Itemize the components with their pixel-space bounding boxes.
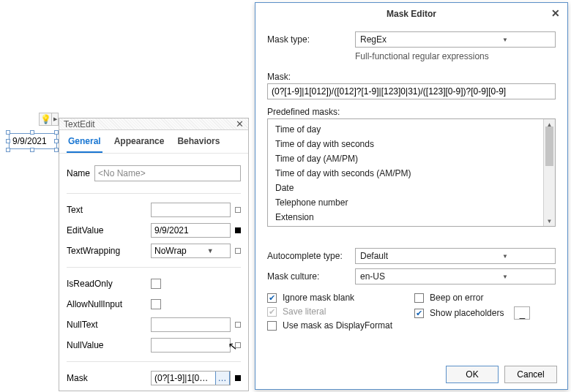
save-literal-checkbox: ✔ [267,307,277,317]
list-item[interactable]: Time of day with seconds (AM/PM) [269,166,553,181]
isreadonly-checkbox[interactable] [151,279,161,289]
ignore-blank-label: Ignore mask blank [283,293,354,303]
close-icon[interactable]: ✕ [551,7,560,19]
marker-icon [235,227,241,233]
list-item[interactable]: Time of day [269,122,553,137]
beep-checkbox[interactable] [414,293,424,303]
smart-tag-bulb[interactable]: 💡 [39,113,52,126]
allownull-label: AllowNullInput [67,299,151,309]
masktype-label: Mask type: [267,34,355,45]
text-label: Text [67,205,151,215]
chevron-down-icon: ▼ [455,274,555,280]
marker-icon [235,375,241,381]
mask-input-label: Mask: [267,72,556,82]
tab-general[interactable]: General [67,136,102,153]
tab-behaviors[interactable]: Behaviors [176,136,221,153]
marker-icon [235,342,241,348]
editvalue-input[interactable] [151,223,231,238]
autocomplete-combo[interactable]: Default ▼ [355,248,556,264]
scroll-down-icon[interactable]: ▼ [544,216,555,226]
show-ph-checkbox[interactable]: ✔ [414,309,424,318]
beep-label: Beep on error [430,293,483,303]
list-item[interactable]: Time of day with seconds [269,137,553,151]
predefined-masks-list: Time of day Time of day with seconds Tim… [267,118,556,227]
masktype-combo[interactable]: RegEx ▼ [355,31,556,48]
culture-value: en-US [356,271,455,282]
dialog-title: Mask Editor [387,9,436,19]
culture-label: Mask culture: [267,271,355,282]
cancel-button[interactable]: Cancel [504,366,557,383]
resize-handle[interactable] [6,139,10,143]
placeholder-char-input[interactable] [514,306,530,320]
ok-button[interactable]: OK [446,366,499,383]
isreadonly-label: IsReadOnly [67,279,151,289]
smart-tag-dropdown[interactable]: ▶ [52,113,59,126]
use-display-label: Use mask as DisplayFormat [283,320,392,331]
resize-handle[interactable] [30,148,34,152]
masktype-value: RegEx [356,34,455,45]
tab-appearance[interactable]: Appearance [113,136,166,153]
masktype-help: Full-functional regular expressions [355,51,556,61]
mask-value: (0?[1-9]|1[012])/ [152,373,215,383]
scrollbar[interactable]: ▲ ▼ [543,119,555,226]
autocomplete-value: Default [356,251,455,261]
list-item[interactable]: Time of day (AM/PM) [269,151,553,166]
show-ph-label: Show placeholders [430,308,504,318]
resize-handle[interactable] [6,130,10,135]
nulltext-label: NullText [67,320,151,330]
nullvalue-label: NullValue [67,340,151,350]
predefined-label: Predefined masks: [267,107,556,117]
text-input[interactable] [151,203,231,217]
marker-icon [235,207,241,213]
marker-icon [235,322,241,328]
list-item[interactable]: Date [269,181,553,195]
textwrapping-combo[interactable]: NoWrap ▼ [151,244,231,258]
chevron-down-icon: ▼ [455,37,555,43]
culture-combo[interactable]: en-US ▼ [355,268,556,284]
nullvalue-input[interactable] [151,338,231,353]
mask-input[interactable]: (0?[1-9]|1[012])/ … [151,371,231,385]
panel-title: TextEdit [64,119,95,129]
use-display-checkbox[interactable] [267,321,277,331]
list-item[interactable]: Telephone number [269,195,553,210]
mask-label: Mask [67,373,151,383]
name-input[interactable] [94,165,241,181]
textwrapping-label: TextWrapping [67,246,151,256]
chevron-down-icon: ▼ [191,247,231,255]
resize-handle[interactable] [6,148,10,152]
textwrapping-value: NoWrap [152,246,191,256]
property-panel: TextEdit ✕ General Appearance Behaviors … [59,118,249,391]
allownull-checkbox[interactable] [151,299,161,309]
mask-editor-dialog: Mask Editor ✕ Mask type: RegEx ▼ Full-fu… [255,2,568,390]
designer-textedit-value: 9/9/2021 [12,136,47,146]
bulb-icon: 💡 [40,114,51,124]
scroll-thumb[interactable] [545,127,553,166]
list-item[interactable]: Extension [269,210,553,225]
save-literal-label: Save literal [283,306,326,317]
close-icon[interactable]: ✕ [236,118,244,129]
designer-textedit[interactable]: 9/9/2021 [9,133,57,149]
nulltext-input[interactable] [151,317,231,332]
chevron-down-icon: ▼ [455,253,555,260]
resize-handle[interactable] [30,130,34,135]
autocomplete-label: Autocomplete type: [267,251,355,261]
mask-text-input[interactable] [267,83,556,99]
name-label: Name [67,168,90,178]
marker-icon [235,248,241,254]
mask-ellipsis-button[interactable]: … [215,371,230,385]
ignore-blank-checkbox[interactable]: ✔ [267,293,277,303]
editvalue-label: EditValue [67,225,151,235]
